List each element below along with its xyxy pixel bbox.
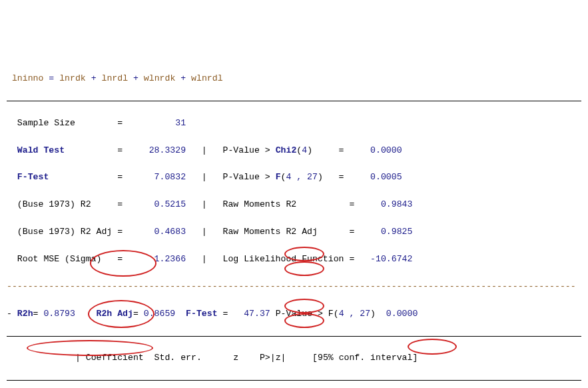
row-buse-r2: (Buse 1973) R2 = 0.5215 | Raw Moments R2… [7, 198, 581, 211]
val-f-p: 0.0005 [370, 172, 402, 182]
row-sample-size: Sample Size = 31 [7, 117, 581, 130]
val-r2h-f: 47.37 [244, 309, 270, 319]
val-raw-r2a: 0.9825 [381, 227, 412, 237]
rule-tbl-hdr [7, 380, 581, 381]
rule-top [7, 101, 581, 101]
row-wald: Wald Test = 28.3329 | P-Value > Chi2(4) … [7, 144, 581, 157]
lbl-wald: Wald Test [17, 145, 65, 155]
equation-line: lninno = lnrdk + lnrdl + wlnrdk + wlnrdl [7, 72, 581, 85]
row-buse-r2a: (Buse 1973) R2 Adj = 0.4683 | Raw Moment… [7, 225, 581, 239]
val-r2h-p: 0.0000 [386, 309, 418, 319]
val-r2h-adj: 0.8659 [144, 309, 175, 319]
val-r2h: 0.8793 [43, 309, 75, 319]
val-wald-p: 0.0000 [370, 145, 402, 155]
dash-1: ----------------------------------------… [7, 280, 581, 293]
eq-r3: wlnrdk [144, 73, 175, 83]
table-header: | Coefficient Std. err. z P>|z| [95% con… [7, 351, 581, 365]
eq-r4: wlnrdl [191, 73, 222, 83]
lbl-f: F-Test [17, 172, 49, 182]
eq-lhs: lninno [12, 73, 43, 83]
val-raw-r2: 0.9843 [381, 199, 412, 209]
val-buse-r2: 0.5215 [154, 199, 186, 209]
val-sample-size: 31 [175, 118, 186, 128]
eq-r1: lnrdk [59, 73, 86, 83]
val-buse-r2a: 0.4683 [154, 227, 186, 237]
annotation-overlay [0, 0, 11, 123]
rule-tbl-top [7, 336, 581, 337]
row-rmse: Root MSE (Sigma) = 1.2366 | Log Likeliho… [7, 253, 581, 266]
eq-r2: lnrdl [102, 73, 129, 83]
row-ftest: F-Test = 7.0832 | P-Value > F(4 , 27) = … [7, 171, 581, 184]
val-wald: 28.3329 [149, 145, 186, 155]
val-rmse: 1.2366 [154, 254, 186, 264]
val-ll: -10.6742 [370, 254, 412, 264]
val-f: 7.0832 [154, 172, 186, 182]
row-r2h: - R2h= 0.8793 R2h Adj= 0.8659 F-Test = 4… [7, 307, 581, 321]
